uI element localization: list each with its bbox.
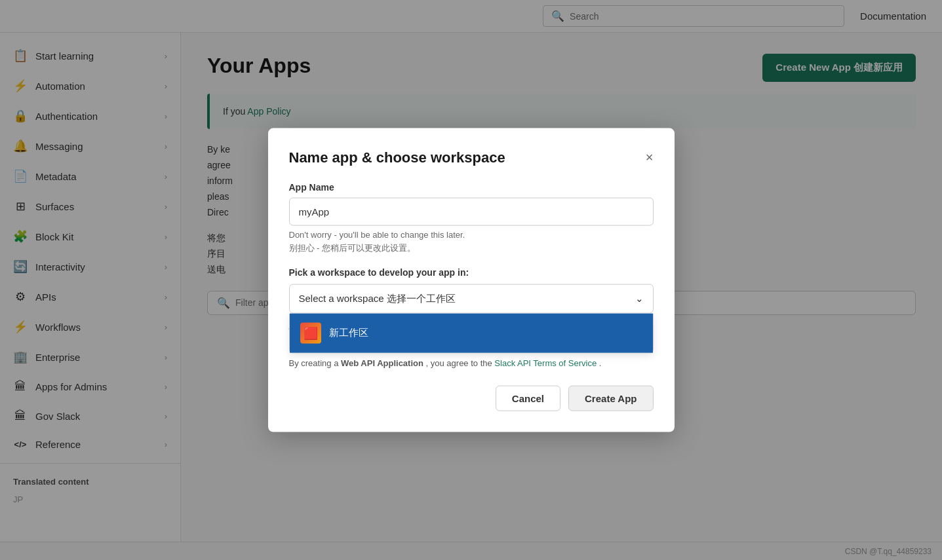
- workspace-option-new[interactable]: 🟥 新工作区: [290, 313, 653, 352]
- workspace-select-wrapper: Select a workspace 选择一个工作区 ⌄ 🟥 新工作区: [289, 284, 654, 313]
- modal-footer: Cancel Create App: [289, 386, 654, 411]
- tos-text-1: By creating a: [289, 358, 342, 367]
- tos-end: .: [599, 358, 602, 367]
- tos-bold-text: Web API Application: [341, 358, 423, 367]
- modal-header: Name app & choose workspace ×: [289, 149, 654, 166]
- workspace-option-icon: 🟥: [300, 322, 321, 343]
- modal-name-app: Name app & choose workspace × App Name D…: [268, 128, 675, 432]
- tos-text: By creating a Web API Application , you …: [289, 356, 654, 370]
- workspace-dropdown: 🟥 新工作区: [289, 313, 654, 353]
- modal-close-button[interactable]: ×: [646, 150, 654, 165]
- cancel-button[interactable]: Cancel: [496, 386, 560, 411]
- tos-text-2: , you agree to the: [426, 358, 495, 367]
- workspace-select[interactable]: Select a workspace 选择一个工作区 ⌄: [289, 284, 654, 313]
- workspace-placeholder-text: Select a workspace 选择一个工作区: [299, 292, 456, 305]
- app-name-hint: Don't worry - you'll be able to change t…: [289, 229, 654, 239]
- chevron-down-icon: ⌄: [635, 293, 644, 305]
- app-name-label: App Name: [289, 181, 654, 192]
- app-name-hint-zh: 别担心 - 您稍后可以更改此设置。: [289, 242, 654, 253]
- app-name-input[interactable]: [289, 197, 654, 225]
- workspace-option-label: 新工作区: [329, 327, 368, 339]
- tos-link[interactable]: Slack API Terms of Service: [494, 358, 597, 367]
- modal-title: Name app & choose workspace: [289, 149, 505, 166]
- create-app-button[interactable]: Create App: [568, 386, 653, 411]
- workspace-section-label: Pick a workspace to develop your app in:: [289, 267, 654, 277]
